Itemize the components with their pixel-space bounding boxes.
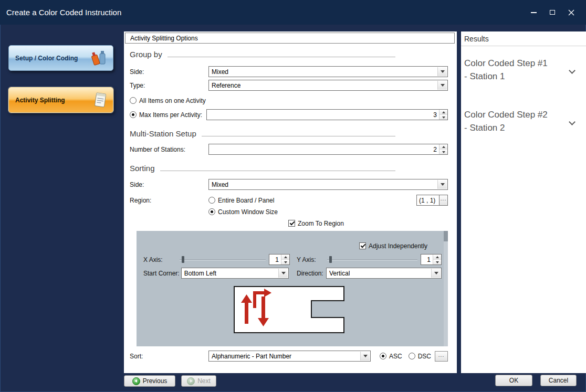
spin-down-button[interactable]	[281, 260, 289, 264]
spin-up-button[interactable]	[440, 144, 447, 150]
custom-window-panel: Adjust Independently X Axis: 1 Y Axis:	[137, 231, 448, 346]
scrollbar-thumb[interactable]	[444, 231, 448, 241]
spin-up-button[interactable]	[440, 110, 447, 115]
section-group-by: Group by	[130, 50, 395, 59]
start-corner-label: Start Corner:	[143, 270, 180, 277]
x-axis-input[interactable]: 1	[269, 254, 290, 265]
section-title: Sorting	[130, 164, 155, 173]
ok-button-label: OK	[509, 377, 518, 384]
entire-board-radio[interactable]	[208, 197, 215, 204]
minimize-button[interactable]	[528, 7, 539, 18]
window-title: Create a Color Coded Instruction	[6, 8, 121, 17]
region-row: Region: Entire Board / Panel (1 , 1) ...	[130, 195, 448, 206]
sort-dropdown[interactable]: Alphanumeric - Part Number	[208, 351, 371, 362]
y-axis-slider[interactable]	[326, 256, 418, 264]
all-items-radio[interactable]	[130, 97, 137, 104]
spin-down-button[interactable]	[440, 115, 447, 120]
group-side-dropdown[interactable]: Mixed	[208, 66, 448, 77]
all-items-radio-label: All Items on one Activity	[139, 97, 206, 104]
zoom-to-region-checkbox[interactable]	[288, 220, 295, 227]
options-panel: Activity Splitting Options Group by Side…	[124, 31, 457, 373]
asc-radio-label: ASC	[389, 353, 402, 360]
results-panel: Results Color Coded Step #1 - Station 1 …	[461, 31, 586, 373]
section-sorting: Sorting	[130, 164, 395, 173]
section-title: Group by	[130, 50, 162, 59]
side-label: Side:	[130, 68, 208, 76]
cancel-button[interactable]: Cancel	[540, 375, 577, 386]
chevron-down-icon	[437, 67, 447, 76]
stations-input[interactable]: 2	[208, 144, 448, 155]
stations-row: Number of Stations: 2	[130, 144, 448, 155]
window-controls	[528, 7, 580, 18]
region-label: Region:	[130, 197, 208, 204]
max-items-input[interactable]: 3	[206, 109, 448, 120]
custom-window-radio[interactable]	[208, 208, 215, 215]
close-button[interactable]	[566, 7, 577, 18]
direction-dropdown[interactable]: Vertical	[326, 268, 442, 279]
group-type-dropdown[interactable]: Reference	[208, 80, 448, 91]
sort-side-row: Side: Mixed	[130, 179, 448, 190]
stations-value: 2	[209, 146, 439, 153]
chevron-down-icon	[437, 81, 447, 90]
adjust-independently-label: Adjust Independently	[369, 242, 427, 250]
region-browse-button[interactable]: ...	[439, 195, 448, 206]
x-axis-slider[interactable]	[179, 256, 267, 264]
start-corner-dropdown[interactable]: Bottom Left	[181, 268, 289, 279]
chevron-down-icon	[278, 269, 288, 278]
sort-options-button[interactable]: ...	[435, 351, 448, 362]
spin-down-button[interactable]	[440, 150, 447, 154]
section-divider	[168, 57, 395, 57]
maximize-button[interactable]	[547, 7, 558, 18]
results-divider	[461, 46, 586, 46]
result-item-step1[interactable]: Color Coded Step #1 - Station 1	[464, 57, 583, 90]
result-item-line2: - Station 1	[464, 70, 583, 83]
sort-row: Sort: Alphanumeric - Part Number ASC DSC…	[130, 351, 448, 362]
title-bar: Create a Color Coded Instruction	[0, 0, 586, 25]
sidebar-item-activity-splitting[interactable]: Activity Splitting	[8, 87, 113, 113]
slider-track	[327, 259, 417, 260]
region-coordinate-value: (1 , 1)	[416, 195, 439, 206]
x-axis-value: 1	[269, 256, 281, 263]
max-items-radio-label: Max Items per Activity:	[139, 111, 206, 119]
stations-label: Number of Stations:	[130, 146, 208, 153]
dsc-radio[interactable]	[409, 353, 415, 359]
previous-arrow-icon	[132, 377, 140, 385]
dropdown-value: Mixed	[212, 68, 228, 76]
notepad-icon	[93, 92, 109, 109]
sidebar-item-setup-color-coding[interactable]: Setup / Color Coding	[8, 45, 113, 71]
spin-up-button[interactable]	[433, 255, 441, 260]
ok-button[interactable]: OK	[495, 375, 532, 386]
results-title: Results	[464, 35, 489, 43]
max-items-radio[interactable]	[130, 111, 137, 118]
chevron-down-icon	[437, 180, 447, 189]
previous-button[interactable]: Previous	[124, 375, 175, 387]
result-item-line2: - Station 2	[464, 121, 583, 134]
sort-side-dropdown[interactable]: Mixed	[208, 179, 448, 190]
next-button-label: Next	[197, 377, 211, 385]
minimize-icon	[531, 12, 537, 13]
adjust-independently-checkbox[interactable]	[359, 242, 366, 249]
result-item-step2[interactable]: Color Coded Step #2 - Station 2	[464, 108, 583, 142]
section-divider	[160, 171, 395, 171]
asc-radio[interactable]	[380, 353, 386, 359]
slider-thumb[interactable]	[182, 256, 184, 263]
spin-up-button[interactable]	[281, 255, 289, 260]
y-axis-label: Y Axis:	[297, 256, 325, 263]
spin-down-button[interactable]	[433, 260, 441, 264]
region-coordinate-box: (1 , 1) ...	[416, 195, 448, 206]
options-header: Activity Splitting Options	[125, 33, 455, 44]
section-multi-station: Multi-Station Setup	[130, 129, 395, 139]
slider-thumb[interactable]	[329, 256, 332, 263]
start-corner-row: Start Corner: Bottom Left	[143, 268, 289, 279]
y-axis-input[interactable]: 1	[421, 254, 442, 265]
max-items-value: 3	[207, 111, 439, 119]
panel-scrollbar[interactable]	[444, 231, 448, 346]
previous-button-label: Previous	[143, 377, 168, 385]
dropdown-value: Mixed	[212, 181, 228, 188]
sidebar-item-label: Setup / Color Coding	[15, 55, 89, 62]
cancel-button-label: Cancel	[549, 377, 568, 384]
next-button[interactable]: Next	[181, 375, 216, 387]
x-axis-row: X Axis: 1	[143, 254, 290, 265]
section-divider	[202, 136, 395, 136]
dropdown-value: Vertical	[329, 270, 350, 277]
